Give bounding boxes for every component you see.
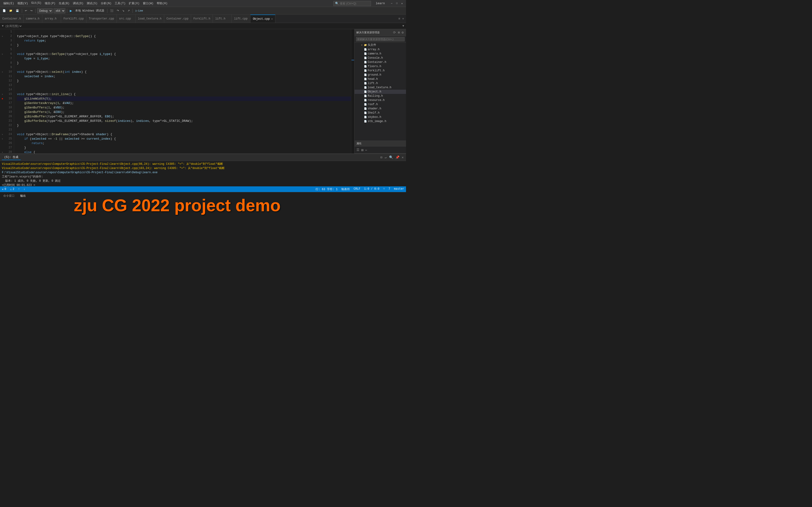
gutter-item[interactable]: ▾ [0,52,5,56]
output-wrap-button[interactable]: ↵ [384,155,387,160]
prop-categorized-button[interactable]: ▤ [361,148,364,152]
menu-tools[interactable]: 工具(T) [113,1,127,6]
tab-close-icon[interactable]: ✕ [271,17,273,20]
sidebar-search-input[interactable] [356,37,405,41]
gutter-item[interactable] [0,88,5,92]
tree-item-container-h[interactable]: 📄Container.h [355,60,406,64]
gutter-item[interactable] [0,110,5,114]
gutter-item[interactable] [0,43,5,47]
gutter-item[interactable] [0,56,5,61]
gutter-item[interactable] [0,141,5,146]
tree-item-forklift-h[interactable]: 📄Forklift.h [355,68,406,73]
tab-container-cpp[interactable]: Container.cpp [164,14,191,23]
breadcrumb-expand-icon[interactable]: ▼ [402,24,404,28]
menu-debug[interactable]: 调试(D) [71,1,85,6]
menu-test[interactable]: 测试(S) [85,1,99,6]
menu-project[interactable]: 项目(P) [43,1,57,6]
gutter-item[interactable] [0,114,5,119]
tab-lift-cpp[interactable]: lift.cpp [232,14,250,23]
menu-extensions[interactable]: 扩展(X) [128,1,141,6]
gutter-item[interactable] [0,83,5,88]
gutter-item[interactable] [0,146,5,150]
output-pin-button[interactable]: 📌 [395,155,400,160]
output-command-tab[interactable]: 命令窗口 [2,193,16,199]
maximize-button[interactable]: □ [395,1,399,6]
menu-git[interactable]: Git(G) [30,1,43,6]
fold-arrow[interactable]: ▾ [2,35,3,38]
sidebar-filter-button[interactable]: ⊞ [397,30,400,35]
tab-forklift-h[interactable]: Forklift.h [191,14,213,23]
gutter-item[interactable] [0,74,5,78]
step-out-button[interactable]: ↗ [126,9,131,13]
live-share-button[interactable]: ▷ Live [135,9,144,13]
prop-pencil-button[interactable]: ✏ [365,148,367,152]
tab-src-cpp[interactable]: src.cpp [117,14,136,23]
prop-list-button[interactable]: ☰ [356,148,360,152]
output-clear-button[interactable]: ⊟ [380,155,383,160]
close-button[interactable]: ✕ [400,1,404,6]
step-into-button[interactable]: ↘ [121,9,125,13]
gutter-item[interactable]: ▾ [0,70,5,74]
tree-item-shelf-h[interactable]: 📄Shelf.h [355,111,406,115]
tree-item-shader-h[interactable]: 📄shader.h [355,107,406,111]
gutter-item[interactable] [0,39,5,43]
breakpoint-indicator[interactable]: ● [1,97,3,101]
open-button[interactable]: 📁 [8,9,14,13]
gutter-item[interactable] [0,123,5,128]
gutter-item[interactable]: ▾ [0,150,5,154]
fold-arrow[interactable]: ▾ [2,151,3,154]
gutter-item[interactable]: ▾ [0,92,5,97]
gutter-item[interactable] [0,119,5,123]
title-search-box[interactable]: 🔍 [334,1,371,6]
tree-item-resource-h[interactable]: 📄resource.h [355,98,406,102]
gutter-item[interactable]: ● [0,97,5,101]
output-tab-bottom[interactable]: 输出 [19,193,27,199]
tree-item-object-h[interactable]: 📄Object.h [355,90,406,94]
tab-object-cpp[interactable]: Object.cpp ✕ [250,14,275,23]
gutter-item[interactable] [0,61,5,65]
tab-pin-button[interactable]: + [402,16,405,21]
tab-lift-h[interactable]: lift.h [213,14,232,23]
tab-list-button[interactable]: ≡ [398,16,401,21]
code-content[interactable]: type">object_type type">Object::GetType(… [14,29,351,154]
redo-button[interactable]: ↪ [29,9,34,13]
gutter-item[interactable] [0,65,5,70]
status-errors[interactable]: ✕ 0 [2,187,6,191]
gutter-item[interactable] [0,105,5,110]
fold-arrow[interactable]: ▾ [2,53,3,56]
menu-build[interactable]: 生成(B) [57,1,71,6]
breakpoint-button[interactable]: ⬛ [109,9,115,13]
tab-container-h[interactable]: Container.h [0,14,23,23]
sidebar-settings-button[interactable]: ⚙ [401,30,404,35]
status-warnings[interactable]: ⚠ 2 [10,187,14,191]
gutter-item[interactable] [0,47,5,52]
tree-item-load_texture-h[interactable]: 📄load_texture.h [355,86,406,90]
title-search-input[interactable] [340,2,368,5]
tab-load-texture-h[interactable]: load_texture.h [136,14,164,23]
tab-transporter-cpp[interactable]: Transporter.cpp [87,14,117,23]
arch-config-dropdown[interactable]: x64 [54,8,65,13]
tree-item-roof-h[interactable]: 📄roof.h [355,102,406,107]
run-button[interactable]: ▶ [69,8,73,14]
sidebar-sync-button[interactable]: ⟳ [393,30,396,35]
step-over-button[interactable]: ↷ [116,9,120,13]
fold-arrow[interactable]: ▾ [2,137,3,140]
fold-arrow[interactable]: ▾ [2,71,3,73]
tree-item-skybox-h[interactable]: 📄skybox.h [355,115,406,119]
menu-view[interactable]: 视图(V) [16,1,30,6]
gutter-item[interactable]: ▾ [0,132,5,136]
save-button[interactable]: 💾 [14,9,20,13]
menu-edit[interactable]: 编辑(E) [2,1,15,6]
status-up-button[interactable]: ↑ [18,187,20,191]
menu-analyze[interactable]: 分析(N) [99,1,113,6]
gutter-item[interactable] [0,30,5,34]
minimize-button[interactable]: — [390,1,394,6]
fold-arrow[interactable]: ▾ [2,93,3,96]
tree-item-camera-h[interactable]: 📄camera.h [355,52,406,56]
gutter-item[interactable] [0,128,5,132]
tree-item-array-h[interactable]: 📄array.h [355,47,406,52]
tree-item-console-h[interactable]: 📄Console.h [355,56,406,60]
fold-arrow[interactable]: ▾ [2,133,3,136]
tab-array-h[interactable]: array.h [42,14,61,23]
tree-item-stb_image-h[interactable]: 📄stb_image.h [355,119,406,123]
